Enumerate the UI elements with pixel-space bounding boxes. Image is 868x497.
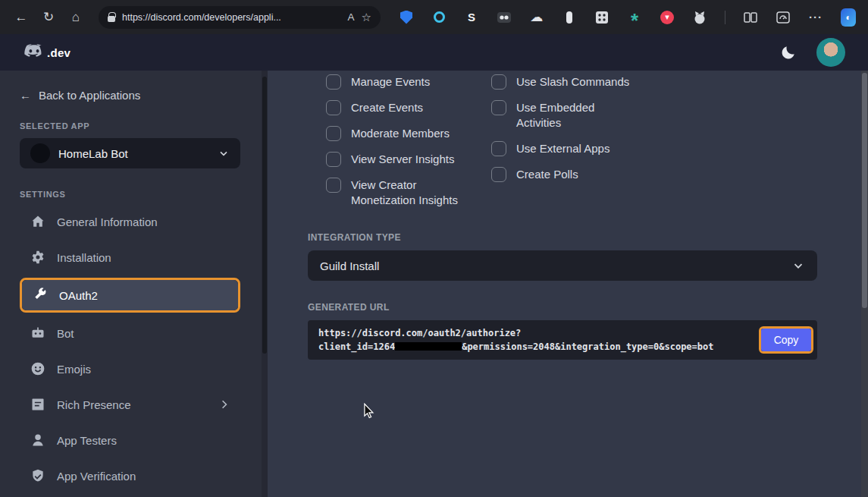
smiley-icon [30,361,46,376]
app-avatar [30,143,50,163]
cloud-extension-icon[interactable]: ☁ [529,10,544,25]
sidebar-item-label: Emojis [57,363,91,376]
chevron-down-icon [791,259,805,272]
generated-url-text[interactable]: https://discord.com/oauth2/authorize? cl… [318,326,714,354]
back-link-label: Back to Applications [39,89,140,102]
integration-type-select[interactable]: Guild Install [308,250,817,281]
sidebar-item-installation[interactable]: Installation [20,242,240,272]
dice-extension-icon[interactable] [594,10,609,25]
more-options-icon[interactable]: ··· [808,10,823,25]
permission-moderate-members[interactable]: Moderate Members [326,126,491,141]
sidebar-item-label: General Information [57,215,158,228]
checkbox-icon [326,74,341,90]
permission-label: View Creator Monetization Insights [351,178,471,208]
sidebar-item-oauth2[interactable]: OAuth2 [22,280,238,310]
url-line2-suffix: &permissions=2048&integration_type=0&sco… [462,341,713,352]
permission-view-server-insights[interactable]: View Server Insights [326,152,491,167]
checkbox-icon [326,178,341,193]
person-icon [30,433,46,448]
checkbox-icon [491,141,506,156]
shield-extension-icon[interactable] [399,10,414,25]
copilot-glyph: ◐ [841,8,856,27]
user-avatar[interactable] [816,38,845,67]
goggles-extension-icon[interactable] [497,10,512,25]
sidebar-item-label: Rich Presence [57,398,131,411]
copy-highlight-box: Copy [759,326,813,354]
theme-toggle-icon[interactable] [780,44,797,61]
main-content: Manage Events Create Events Moderate Mem… [268,71,861,497]
discord-logo-icon [23,43,45,61]
integration-type-label: INTEGRATION TYPE [308,232,817,243]
sidebar-item-emojis[interactable]: Emojis [20,354,240,384]
permission-use-external-apps[interactable]: Use External Apps [491,141,656,156]
mouse-cursor [362,403,376,423]
brand-text: .dev [47,46,71,59]
site-header: .dev [0,34,868,71]
wrench-icon [32,288,49,303]
url-line2-prefix: client_id=1264 [318,341,395,352]
page-scrollbar-thumb[interactable] [862,73,867,308]
permission-label: Use External Apps [516,141,609,156]
back-arrow-icon: ← [20,89,31,102]
pocket-extension-icon[interactable]: ▾ [660,10,675,25]
sidebar-item-label: OAuth2 [59,289,98,302]
sidebar-item-general-information[interactable]: General Information [20,206,240,237]
browser-toolbar: ← ↻ ⌂ https://discord.com/developers/app… [0,0,868,34]
permission-use-slash-commands[interactable]: Use Slash Commands [491,74,656,90]
lock-icon [108,16,115,22]
robot-icon [30,326,46,341]
checkbox-icon [491,74,506,90]
refresh-button[interactable]: ↻ [36,6,61,29]
page-scrollbar[interactable] [861,71,868,497]
app-selector[interactable]: HomeLab Bot [20,138,240,168]
shield-check-icon [30,468,46,483]
permission-view-creator-monetization-insights[interactable]: View Creator Monetization Insights [326,178,491,208]
home-button[interactable]: ⌂ [64,6,88,29]
checkbox-icon [326,100,341,115]
selected-app-label: SELECTED APP [20,121,240,131]
chevron-down-icon [218,147,230,159]
back-to-applications-link[interactable]: ← Back to Applications [20,89,240,102]
sidebar-item-app-verification[interactable]: App Verification [20,461,240,491]
copy-button[interactable]: Copy [761,329,811,351]
cat-extension-icon[interactable] [692,10,707,25]
settings-label: SETTINGS [20,190,240,199]
sidebar-scrollbar-thumb[interactable] [262,77,267,354]
split-screen-icon[interactable] [743,10,758,25]
sidebar-item-label: Installation [57,251,111,264]
address-bar[interactable]: https://discord.com/developers/appli... … [99,6,381,29]
browser-essentials-icon[interactable] [776,10,791,25]
permission-label: Moderate Members [351,126,450,141]
read-aloud-icon[interactable]: A [348,11,355,23]
favorite-star-icon[interactable]: ☆ [362,11,371,24]
permission-label: Create Events [351,100,423,115]
list-card-icon [30,397,46,412]
permission-create-polls[interactable]: Create Polls [491,167,656,182]
checkbox-icon [491,100,506,115]
home-icon [30,214,46,229]
s-extension-icon[interactable]: S [464,10,479,25]
back-button[interactable]: ← [9,6,33,29]
copilot-sidebar-icon[interactable]: ◐ [841,10,856,25]
permissions-grid: Manage Events Create Events Moderate Mem… [326,74,817,219]
sidebar-item-rich-presence[interactable]: Rich Presence [20,389,240,420]
sidebar-item-app-testers[interactable]: App Testers [20,425,240,455]
sidebar: ← Back to Applications SELECTED APP Home… [0,71,262,497]
extensions-row: S ☁ * ▾ ··· ◐ [399,7,859,28]
permission-create-events[interactable]: Create Events [326,100,491,115]
permission-label: Manage Events [351,74,430,90]
pin-extension-icon[interactable] [562,10,577,25]
sidebar-item-label: App Verification [57,470,136,483]
permission-manage-events[interactable]: Manage Events [326,74,491,90]
pocket-chevron-icon: ▾ [660,11,674,24]
generated-url-box: https://discord.com/oauth2/authorize? cl… [308,320,817,360]
ring-extension-icon[interactable] [431,10,447,25]
asterisk-extension-icon[interactable]: * [627,13,642,28]
permission-label: Use Embedded Activities [516,100,636,131]
permission-use-embedded-activities[interactable]: Use Embedded Activities [491,100,656,131]
chevron-right-icon [218,398,230,410]
url-text: https://discord.com/developers/appli... [122,12,341,23]
sidebar-item-bot[interactable]: Bot [20,318,240,348]
sidebar-scrollbar[interactable] [262,71,268,497]
discord-dev-logo[interactable]: .dev [23,43,71,61]
